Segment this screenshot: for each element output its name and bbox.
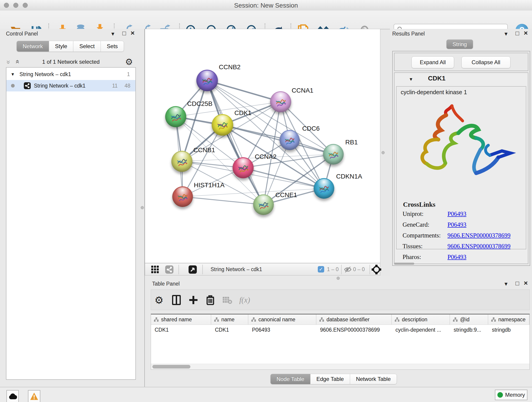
table-toolbar: ⚙ f(x) [151, 289, 530, 310]
collection-expander-icon[interactable]: ▾ [12, 71, 14, 77]
collapse-all-button[interactable]: Collapse All [462, 56, 510, 68]
tab-network[interactable]: Network [17, 41, 49, 52]
show-columns-icon[interactable] [170, 294, 183, 306]
warning-icon [30, 392, 38, 400]
table-panel-float-icon[interactable]: □ [515, 280, 519, 287]
crosslink-row: Pharos:P06493 [403, 254, 467, 261]
vertical-splitter-handle[interactable] [381, 151, 385, 154]
table-cell[interactable]: CDK1 [211, 325, 248, 335]
node-HIST1H1A[interactable] [172, 186, 193, 207]
control-panel-close-icon[interactable]: × [131, 30, 135, 36]
network-canvas[interactable]: CCNB2 CCNA1 CDC25B CDK1 CDC6 RB1 [145, 29, 380, 263]
tab-edge-table[interactable]: Edge Table [310, 374, 350, 384]
node-CCNB1[interactable] [171, 151, 192, 172]
table-hscrollbar[interactable] [151, 364, 530, 370]
network-selection-status: 1 of 1 Network selected [6, 59, 136, 65]
table-hscroll-thumb[interactable] [152, 365, 190, 369]
node-CCNA2[interactable] [233, 157, 254, 178]
control-panel-float-icon[interactable]: □ [122, 30, 126, 37]
node-label-CDC6: CDC6 [302, 125, 320, 132]
network-row[interactable]: String Network – cdk1 11 48 [6, 80, 135, 91]
table-cell[interactable]: CDK1 [151, 325, 211, 335]
selected-checkbox-icon[interactable]: ✓ [318, 266, 324, 273]
column-header-canonical-name[interactable]: canonical name [248, 314, 317, 325]
edge-layer [145, 29, 380, 263]
memory-button[interactable]: Memory [495, 390, 527, 400]
table-cell[interactable]: stringdb [488, 325, 530, 335]
birds-eye-view-icon[interactable] [371, 264, 381, 275]
column-header-database-identifier[interactable]: database identifier [317, 314, 392, 325]
crosslink-label: Compartments: [403, 232, 447, 239]
results-panel-menu-icon[interactable]: ▾ [505, 30, 507, 37]
control-panel-menu-icon[interactable]: ▾ [111, 30, 114, 37]
delete-column-icon[interactable] [204, 294, 216, 306]
column-header-@id[interactable]: @id [450, 314, 488, 325]
node-label-CCNA2: CCNA2 [255, 153, 277, 160]
expand-all-button[interactable]: Expand All [412, 56, 454, 68]
results-hscroll-thumb[interactable] [394, 263, 414, 265]
title-bar: Session: New Session [0, 0, 532, 11]
protein-structure-thumb [169, 112, 183, 124]
table-settings-gear-icon[interactable]: ⚙ [153, 294, 165, 306]
protein-structure-thumb [257, 200, 270, 211]
table-panel-menu-icon[interactable]: ▾ [505, 280, 507, 287]
node-RB1[interactable] [323, 144, 344, 165]
column-hierarchy-icon [214, 317, 219, 322]
node-CCNA1[interactable] [270, 91, 291, 112]
table-panel-close-icon[interactable]: × [524, 280, 528, 287]
grid-view-icon[interactable] [151, 265, 159, 274]
string-network-icon [24, 82, 31, 89]
node-CCNB2[interactable] [196, 70, 218, 91]
node-CDKN1A[interactable] [314, 178, 334, 199]
table-header-row: shared name name canonical name database… [151, 314, 530, 325]
add-column-icon[interactable] [187, 294, 200, 306]
table-cell[interactable]: cyclin-dependent ... [392, 325, 450, 335]
network-collection-row[interactable]: ▾ String Network – cdk1 1 [6, 69, 135, 80]
vertical-splitter-handle[interactable] [141, 206, 144, 209]
warnings-button[interactable] [28, 390, 40, 402]
expand-collapse-box: Expand All Collapse All [394, 53, 528, 71]
tab-sets[interactable]: Sets [101, 41, 124, 52]
node-CDC25B[interactable] [165, 106, 186, 127]
column-header-shared-name[interactable]: shared name [151, 314, 211, 325]
node-label-HIST1H1A: HIST1H1A [194, 182, 225, 189]
node-CCNE1[interactable] [253, 194, 274, 215]
column-header-description[interactable]: description [392, 314, 450, 325]
protein-structure-thumb [176, 191, 189, 204]
tab-network-table[interactable]: Network Table [350, 374, 397, 384]
collection-label: String Network – cdk1 [19, 71, 71, 77]
network-options-gear-icon[interactable]: ⚙ [125, 57, 133, 67]
tab-select[interactable]: Select [73, 41, 101, 52]
tab-style[interactable]: Style [49, 41, 73, 52]
tab-string[interactable]: String [446, 39, 473, 49]
detach-view-icon[interactable] [189, 265, 197, 274]
node-label-CCNE1: CCNE1 [275, 191, 297, 199]
crosslink-link[interactable]: 9606.ENSP00000378699 [447, 243, 510, 250]
table-cell[interactable]: P06493 [248, 325, 317, 335]
crosslink-link[interactable]: 9606.ENSP00000378699 [447, 232, 510, 239]
horizontal-splitter-handle[interactable] [336, 277, 340, 280]
crosslink-link[interactable]: P06493 [447, 211, 467, 217]
edge-CDKN1A-HIST1H1A[interactable] [183, 188, 324, 197]
table-row[interactable]: CDK1CDK1P064939606.ENSP00000378699cyclin… [151, 325, 530, 335]
node-CDK1[interactable] [212, 114, 233, 136]
results-panel-float-icon[interactable]: □ [515, 30, 519, 37]
column-hierarchy-icon [251, 317, 256, 322]
column-header-name[interactable]: name [211, 314, 248, 325]
hidden-counts: 0 – 0 [353, 266, 365, 273]
table-cell[interactable]: 9606.ENSP00000378699 [317, 325, 392, 335]
share-network-icon[interactable] [165, 265, 173, 274]
cloud-status-button[interactable] [6, 390, 19, 402]
table-cell[interactable]: stringdb:9... [450, 325, 488, 335]
node-CDC6[interactable] [279, 130, 300, 150]
tab-node-table[interactable]: Node Table [270, 374, 310, 384]
protein-expander-icon[interactable]: ▾ [410, 76, 412, 82]
column-header-label: namespace [498, 317, 526, 323]
results-panel-close-icon[interactable]: × [524, 30, 528, 36]
crosslink-link[interactable]: P06493 [447, 254, 467, 261]
column-header-namespace[interactable]: namespace [488, 314, 530, 325]
toolbar-separator [341, 265, 342, 274]
crosslink-link[interactable]: P06493 [447, 221, 467, 228]
results-tabs: String [446, 39, 473, 49]
node-label-RB1: RB1 [345, 139, 358, 146]
